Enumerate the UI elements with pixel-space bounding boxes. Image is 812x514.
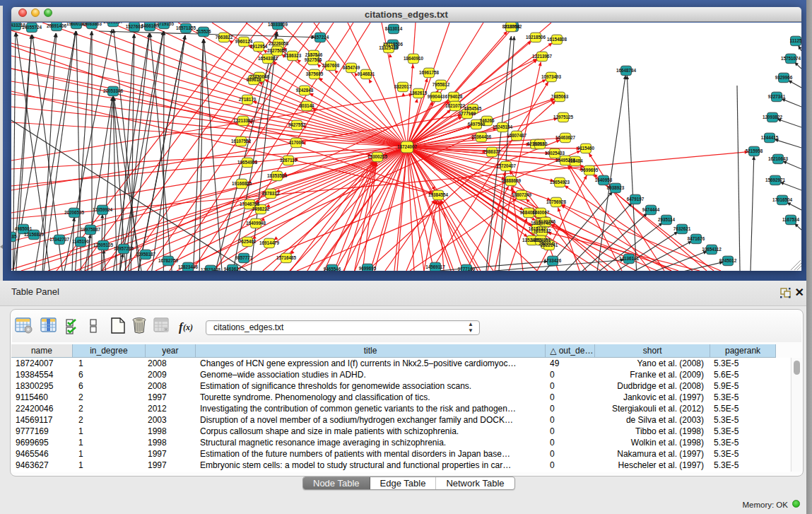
- svg-text:16210643: 16210643: [768, 156, 789, 161]
- svg-text:18245154: 18245154: [493, 124, 513, 129]
- svg-text:19166825: 19166825: [232, 181, 252, 186]
- svg-text:14055724: 14055724: [22, 25, 42, 30]
- svg-text:16648784: 16648784: [616, 68, 637, 73]
- svg-text:6479197: 6479197: [627, 197, 645, 201]
- svg-text:14569117: 14569117: [425, 264, 445, 269]
- svg-text:16571355: 16571355: [176, 25, 196, 30]
- svg-text:17359924: 17359924: [93, 207, 113, 212]
- svg-text:16033809: 16033809: [268, 23, 288, 27]
- svg-text:17016504: 17016504: [772, 197, 793, 202]
- svg-text:17046798: 17046798: [240, 201, 260, 206]
- svg-text:16463627: 16463627: [555, 135, 576, 140]
- svg-text:12823448: 12823448: [201, 267, 221, 271]
- svg-text:10218506: 10218506: [526, 35, 546, 40]
- svg-text:7986372: 7986372: [483, 149, 501, 154]
- svg-text:9245012: 9245012: [719, 258, 737, 263]
- svg-text:18353594: 18353594: [267, 173, 288, 178]
- svg-text:11325419: 11325419: [379, 45, 399, 50]
- svg-text:9857771: 9857771: [235, 255, 253, 260]
- svg-text:18640910: 18640910: [404, 56, 424, 61]
- svg-text:10958187: 10958187: [136, 252, 156, 257]
- svg-text:10653267: 10653267: [103, 23, 124, 24]
- svg-text:8322017: 8322017: [394, 84, 412, 89]
- svg-text:1454545: 1454545: [464, 106, 482, 111]
- svg-text:89083863: 89083863: [82, 23, 102, 26]
- svg-text:16543382: 16543382: [258, 56, 278, 61]
- svg-text:12823446: 12823446: [178, 264, 199, 269]
- svg-text:18724007: 18724007: [397, 144, 418, 149]
- svg-text:989614: 989614: [246, 77, 261, 82]
- svg-text:212160: 212160: [532, 141, 548, 146]
- svg-text:12093822: 12093822: [763, 115, 783, 119]
- svg-text:12156829: 12156829: [24, 232, 45, 237]
- svg-text:15720407: 15720407: [496, 163, 517, 168]
- svg-text:4985001: 4985001: [15, 226, 33, 231]
- svg-text:15692971: 15692971: [765, 177, 786, 182]
- svg-text:1167534: 1167534: [782, 217, 800, 222]
- svg-text:3875685: 3875685: [306, 71, 324, 76]
- svg-text:10719155: 10719155: [154, 23, 175, 26]
- svg-text:3267110: 3267110: [280, 158, 298, 163]
- svg-text:12213967: 12213967: [532, 54, 553, 59]
- svg-text:23226058: 23226058: [269, 41, 289, 46]
- svg-text:9699695: 9699695: [581, 168, 599, 173]
- svg-text:9465546: 9465546: [324, 267, 341, 271]
- svg-text:7485063: 7485063: [551, 94, 569, 99]
- svg-text:6794028: 6794028: [445, 94, 463, 99]
- svg-text:9227341: 9227341: [768, 94, 786, 99]
- svg-text:9699695: 9699695: [359, 266, 377, 271]
- svg-text:12505135: 12505135: [93, 243, 114, 247]
- svg-text:9463627: 9463627: [224, 267, 242, 271]
- svg-text:515526: 515526: [196, 29, 211, 34]
- svg-text:10973493: 10973493: [541, 74, 562, 79]
- svg-text:20691406: 20691406: [47, 23, 67, 28]
- svg-text:9474444: 9474444: [642, 207, 660, 212]
- svg-text:1840067: 1840067: [532, 210, 550, 215]
- svg-text:12213382: 12213382: [233, 118, 254, 123]
- svg-text:418484: 418484: [567, 158, 583, 163]
- svg-text:10756928: 10756928: [546, 199, 567, 204]
- svg-text:1640953: 1640953: [595, 177, 613, 182]
- svg-text:16120746: 16120746: [536, 219, 556, 224]
- svg-text:20053346: 20053346: [103, 88, 124, 93]
- svg-text:13524851: 13524851: [531, 238, 551, 243]
- svg-text:417004: 417004: [288, 140, 304, 145]
- svg-text:803144: 803144: [299, 103, 314, 108]
- svg-text:17342737: 17342737: [49, 237, 70, 242]
- svg-text:8186323: 8186323: [284, 53, 302, 58]
- svg-text:(x): (x): [183, 322, 193, 332]
- svg-text:3912954: 3912954: [250, 44, 268, 49]
- svg-text:2718170: 2718170: [239, 97, 257, 102]
- svg-text:2935114: 2935114: [658, 217, 676, 222]
- svg-text:1733426: 1733426: [544, 258, 562, 263]
- svg-text:20206535: 20206535: [64, 210, 85, 215]
- svg-text:9329966: 9329966: [775, 75, 793, 80]
- svg-text:16807487: 16807487: [507, 133, 527, 138]
- svg-text:8413014: 8413014: [385, 26, 403, 31]
- svg-text:16888609: 16888609: [501, 178, 522, 183]
- svg-text:28275059: 28275059: [267, 48, 288, 53]
- svg-text:8454749: 8454749: [343, 65, 360, 70]
- svg-text:18807249: 18807249: [512, 192, 532, 197]
- svg-text:8471676: 8471676: [688, 236, 705, 241]
- svg-text:16154808: 16154808: [547, 37, 567, 42]
- svg-text:16210722: 16210722: [445, 103, 466, 108]
- svg-text:15751074: 15751074: [781, 56, 801, 61]
- svg-text:8938923: 8938923: [607, 185, 625, 190]
- svg-text:19654933: 19654933: [237, 160, 258, 165]
- svg-text:9960124: 9960124: [235, 39, 253, 44]
- svg-text:11125: 11125: [790, 38, 801, 43]
- svg-text:2522141: 2522141: [541, 243, 558, 247]
- svg-text:19654923: 19654923: [550, 180, 570, 185]
- svg-text:9990443: 9990443: [428, 94, 445, 99]
- svg-text:9146821: 9146821: [358, 71, 375, 76]
- svg-text:7663822: 7663822: [216, 35, 233, 40]
- svg-text:2157546: 2157546: [305, 52, 323, 57]
- svg-text:16107552: 16107552: [231, 139, 252, 144]
- svg-text:6497568: 6497568: [468, 122, 486, 127]
- svg-text:12975125: 12975125: [553, 115, 574, 119]
- svg-text:7955812: 7955812: [433, 82, 450, 87]
- svg-text:7632621: 7632621: [673, 226, 691, 231]
- svg-text:16914479: 16914479: [259, 240, 280, 245]
- svg-text:9115460: 9115460: [577, 146, 595, 151]
